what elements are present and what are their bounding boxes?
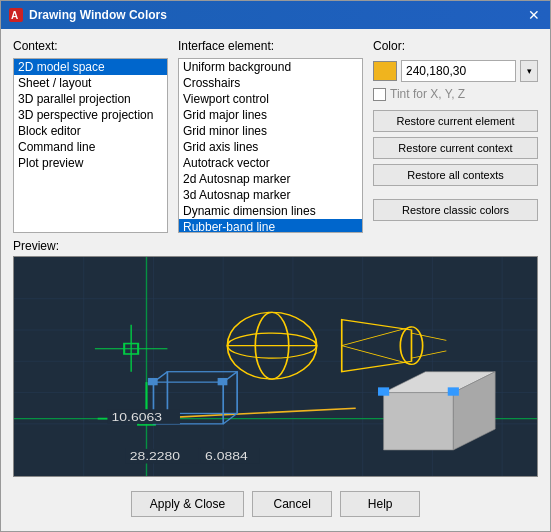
preview-box: [+][Top][X-ray] [13, 256, 538, 477]
title-bar: A Drawing Window Colors ✕ [1, 1, 550, 29]
interface-label: Interface element: [178, 39, 363, 53]
interface-item-autosnap-2d[interactable]: 2d Autosnap marker [179, 171, 362, 187]
drawing-window-colors-dialog: A Drawing Window Colors ✕ Context: 2D mo… [0, 0, 551, 532]
restore-classic-button[interactable]: Restore classic colors [373, 199, 538, 221]
svg-rect-47 [448, 387, 459, 395]
restore-element-button[interactable]: Restore current element [373, 110, 538, 132]
context-item-2d-model[interactable]: 2D model space [14, 59, 167, 75]
tint-label: Tint for X, Y, Z [390, 87, 465, 101]
interface-item-uniform-bg[interactable]: Uniform background [179, 59, 362, 75]
restore-all-button[interactable]: Restore all contexts [373, 164, 538, 186]
context-item-block-editor[interactable]: Block editor [14, 123, 167, 139]
color-label: Color: [373, 39, 538, 53]
tint-row: Tint for X, Y, Z [373, 87, 538, 101]
preview-label: Preview: [13, 239, 538, 253]
svg-rect-42 [218, 378, 228, 385]
bottom-buttons: Apply & Close Cancel Help [13, 483, 538, 521]
color-input-row: 240,180,30 ▾ [373, 60, 538, 82]
top-section: Context: 2D model space Sheet / layout 3… [13, 39, 538, 233]
context-panel: Context: 2D model space Sheet / layout 3… [13, 39, 168, 233]
interface-item-autosnap-3d[interactable]: 3d Autosnap marker [179, 187, 362, 203]
title-bar-left: A Drawing Window Colors [9, 8, 167, 22]
svg-text:6.0884: 6.0884 [205, 451, 248, 463]
color-dropdown-button[interactable]: ▾ [520, 60, 538, 82]
context-item-command-line[interactable]: Command line [14, 139, 167, 155]
dialog-title: Drawing Window Colors [29, 8, 167, 22]
interface-item-viewport-control[interactable]: Viewport control [179, 91, 362, 107]
context-item-plot-preview[interactable]: Plot preview [14, 155, 167, 171]
context-list[interactable]: 2D model space Sheet / layout 3D paralle… [13, 58, 168, 233]
app-icon: A [9, 8, 23, 22]
svg-rect-41 [148, 378, 158, 385]
svg-rect-46 [378, 387, 389, 395]
interface-list[interactable]: Uniform background Crosshairs Viewport c… [178, 58, 363, 233]
color-panel: Color: 240,180,30 ▾ Tint for X, Y, Z Res… [373, 39, 538, 233]
svg-marker-43 [384, 393, 454, 450]
interface-item-autotrack[interactable]: Autotrack vector [179, 155, 362, 171]
dialog-content: Context: 2D model space Sheet / layout 3… [1, 29, 550, 531]
interface-item-crosshairs[interactable]: Crosshairs [179, 75, 362, 91]
interface-item-dynamic-dim[interactable]: Dynamic dimension lines [179, 203, 362, 219]
context-item-3d-perspective[interactable]: 3D perspective projection [14, 107, 167, 123]
help-button[interactable]: Help [340, 491, 420, 517]
interface-item-grid-minor[interactable]: Grid minor lines [179, 123, 362, 139]
svg-text:28.2280: 28.2280 [130, 451, 181, 463]
close-button[interactable]: ✕ [526, 7, 542, 23]
context-item-3d-parallel[interactable]: 3D parallel projection [14, 91, 167, 107]
svg-text:10.6063: 10.6063 [112, 411, 163, 423]
interface-item-grid-major[interactable]: Grid major lines [179, 107, 362, 123]
preview-svg: 10.6063 28.2280 6.0884 [14, 257, 537, 476]
tint-checkbox[interactable] [373, 88, 386, 101]
color-value: 240,180,30 [401, 60, 516, 82]
restore-context-button[interactable]: Restore current context [373, 137, 538, 159]
color-swatch[interactable] [373, 61, 397, 81]
restore-buttons: Restore current element Restore current … [373, 110, 538, 221]
interface-item-rubber-band[interactable]: Rubber-band line [179, 219, 362, 233]
preview-section: Preview: [+][Top][X-ray] [13, 239, 538, 477]
interface-item-grid-axis[interactable]: Grid axis lines [179, 139, 362, 155]
interface-panel: Interface element: Uniform background Cr… [178, 39, 363, 233]
cancel-button[interactable]: Cancel [252, 491, 332, 517]
svg-text:A: A [11, 10, 18, 21]
apply-close-button[interactable]: Apply & Close [131, 491, 244, 517]
context-item-sheet[interactable]: Sheet / layout [14, 75, 167, 91]
context-label: Context: [13, 39, 168, 53]
